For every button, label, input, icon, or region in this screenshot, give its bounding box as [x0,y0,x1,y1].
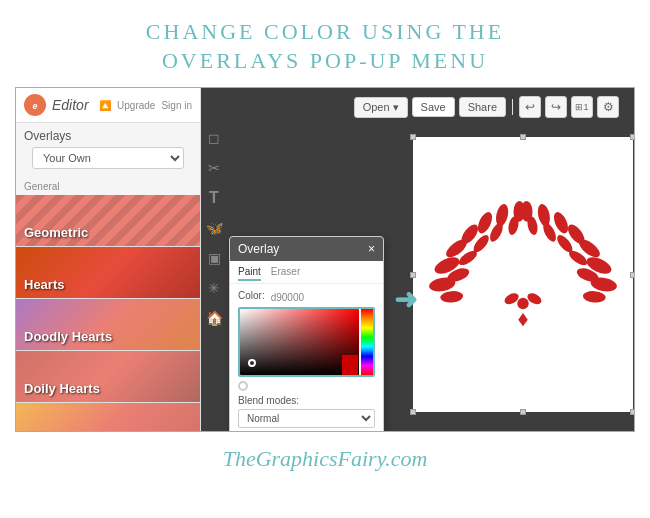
upgrade-link[interactable]: Upgrade [117,100,155,111]
home-icon[interactable]: 🏠 [204,308,224,328]
svg-point-9 [439,290,463,303]
popup-title: Overlay [238,242,279,256]
editor-panel: e Editor 🔼 Upgrade Sign in Overlays Your… [16,88,201,431]
overlay-item-geometric[interactable]: Geometric [16,195,200,247]
settings-button[interactable]: ⚙ [597,96,619,118]
doily-label: Doily Hearts [24,381,100,396]
handle-bl[interactable] [410,409,416,415]
svg-marker-31 [518,313,528,326]
redo-button[interactable]: ↪ [545,96,567,118]
svg-point-22 [582,290,606,303]
hearts-label: Hearts [24,277,64,292]
text-icon[interactable]: T [204,188,224,208]
overlay-item-hearts[interactable]: Hearts [16,247,200,299]
overlay-popup: Overlay × Paint Eraser Color: d90000 Ble… [229,236,384,432]
popup-close-button[interactable]: × [368,242,375,256]
title-area: CHANGE COLOR USING THE OVERLAYS POP-UP M… [0,0,650,87]
svg-point-20 [535,203,551,228]
layers-button[interactable]: ⊞1 [571,96,593,118]
upgrade-icon: 🔼 [99,100,111,111]
general-label: General [16,179,200,195]
laurel-wreath [428,180,618,370]
overlay-dropdown[interactable]: Your Own [32,147,184,169]
arrow-indicator: ➜ [394,283,417,316]
top-toolbar: Open ▾ Save Share ↩ ↪ ⊞1 ⚙ [354,96,619,118]
blend-dropdown[interactable]: Normal [238,409,375,428]
footer-text: TheGraphicsFairy.com [223,446,428,471]
tab-paint[interactable]: Paint [238,266,261,281]
svg-text:e: e [32,101,37,111]
handle-tm[interactable] [520,134,526,140]
handle-lm[interactable] [410,272,416,278]
canvas-inner [413,137,633,412]
crop-icon[interactable]: ✂ [204,158,224,178]
stars-bg [16,403,200,431]
divider [512,99,513,115]
svg-point-28 [517,297,528,308]
open-button[interactable]: Open ▾ [354,97,408,118]
editor-logo: e [24,94,46,116]
tab-eraser[interactable]: Eraser [271,266,300,281]
popup-header: Overlay × [230,237,383,261]
svg-point-7 [494,203,510,228]
handle-tr[interactable] [630,134,636,140]
editor-header: e Editor 🔼 Upgrade Sign in [16,88,200,123]
handle-bm[interactable] [520,409,526,415]
overlay-item-stars[interactable]: Stars [16,403,200,431]
geometric-label: Geometric [24,225,88,240]
overlay-item-doodly[interactable]: Doodly Hearts [16,299,200,351]
dropdown-container: Your Own [16,147,200,179]
editor-title-text: Editor [52,97,89,113]
overlays-label: Overlays [16,123,200,147]
left-toolbar: ◻ ✂ T 🦋 ▣ ✳ 🏠 [204,118,224,328]
select-icon[interactable]: ◻ [204,128,224,148]
save-button[interactable]: Save [412,97,455,117]
page-title: CHANGE COLOR USING THE OVERLAYS POP-UP M… [20,18,630,75]
popup-tabs: Paint Eraser [230,261,383,284]
border-icon[interactable]: ▣ [204,248,224,268]
popup-body: Color: d90000 Blend modes: Normal Delete… [230,284,383,432]
color-row: Color: d90000 [238,290,375,304]
footer: TheGraphicsFairy.com [0,432,650,486]
doodly-label: Doodly Hearts [24,329,112,344]
hue-bar[interactable] [361,309,373,375]
main-screenshot: e Editor 🔼 Upgrade Sign in Overlays Your… [15,87,635,432]
color-picker[interactable] [238,307,375,377]
editor-nav: 🔼 Upgrade Sign in [99,100,192,111]
handle-br[interactable] [630,409,636,415]
butterfly-icon[interactable]: 🦋 [204,218,224,238]
chevron-down-icon: ▾ [393,101,399,114]
undo-button[interactable]: ↩ [519,96,541,118]
opacity-circle[interactable] [238,381,248,391]
color-label: Color: [238,290,265,301]
handle-rm[interactable] [630,272,636,278]
overlay-item-doily[interactable]: Doily Hearts [16,351,200,403]
color-value-display: d90000 [271,292,304,303]
handle-tl[interactable] [410,134,416,140]
share-button[interactable]: Share [459,97,506,117]
blend-modes-label: Blend modes: [238,395,375,406]
signin-link[interactable]: Sign in [161,100,192,111]
canvas-area [411,118,634,431]
pattern-icon[interactable]: ✳ [204,278,224,298]
color-swatch [342,355,358,375]
